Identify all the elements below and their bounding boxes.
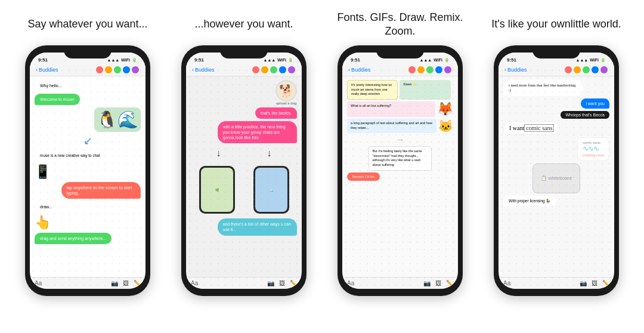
signal-icon: ▲▲▲ xyxy=(263,58,275,62)
avatar-5 xyxy=(600,66,608,74)
avatar-2 xyxy=(573,66,581,74)
bottom-bar-3: Aa 📷 🖼 ✏️ xyxy=(342,277,458,289)
chat-area-1: Why hello... Welcome to muse! 🐧🌊 ↙ muse … xyxy=(30,76,145,277)
pencil-icon-4[interactable]: ✏️ xyxy=(602,280,609,286)
bubble-2-3: and there's a ton of other ways u can us… xyxy=(218,218,298,235)
phone-screen-4: 9:51 ▲▲▲ WiFi 🔋 ‹ Buddies xyxy=(499,53,614,289)
bubble-1-6: drag and send anything anywhere... xyxy=(35,233,112,244)
phone-column-3: Fonts. GIFs. Draw. Remix. Zoom. 9:51 ▲▲▲… xyxy=(324,10,476,296)
col4-title-line1: It's like your own xyxy=(491,17,571,31)
phone-frame-3: 9:51 ▲▲▲ WiFi 🔋 ‹ Buddies xyxy=(338,45,463,296)
status-time-4: 9:51 xyxy=(507,57,516,63)
bubble-text: that's the basics. xyxy=(261,111,292,115)
notes-row-3: a long paragraph of text about suffering… xyxy=(347,119,453,133)
bubble-text: drag and send anything anywhere... xyxy=(40,236,106,240)
status-icons-4: ▲▲▲ WiFi 🔋 xyxy=(575,58,606,63)
aa-label-4[interactable]: Aa xyxy=(503,280,510,286)
image-icon-4[interactable]: 🖼 xyxy=(592,280,597,286)
hand-sticker: 👆 xyxy=(35,215,51,230)
aa-label-2[interactable]: Aa xyxy=(191,280,198,286)
nav-avatars-1 xyxy=(95,66,140,74)
avatar-4 xyxy=(122,66,131,74)
avatar-1 xyxy=(564,66,572,74)
back-button-4[interactable]: ‹ Buddies xyxy=(504,67,527,73)
nav-avatars-2 xyxy=(252,66,296,74)
bubble-text: Why hello... xyxy=(40,84,62,88)
bubble-1-2: Welcome to muse! xyxy=(35,94,80,105)
camera-icon-1[interactable]: 📷 xyxy=(111,280,118,286)
image-icon-2[interactable]: 🖼 xyxy=(279,280,285,286)
coming-soon-text: coming soon xyxy=(583,153,604,158)
fox-sticker: 🦊 xyxy=(437,101,453,117)
arrow-down-2: ↓ xyxy=(267,148,272,159)
bubble-4-1: i need more fonts that feel like handwri… xyxy=(503,80,583,96)
cat-sticker: 🐱 xyxy=(438,119,453,133)
avatar-4 xyxy=(591,66,599,74)
bottom-bar-2: Aa 📷 🖼 ✏️ xyxy=(186,277,302,289)
avatar-3 xyxy=(113,66,122,74)
note-block-4: a long paragraph of text about suffering… xyxy=(347,119,436,133)
bubble-1-5: draw... xyxy=(35,201,58,212)
bottom-icons-2: 📷 🖼 ✏️ xyxy=(267,280,297,286)
bubble-text: with a little practice, the next thing y… xyxy=(223,125,286,140)
phone-column-4: It's like your own little world. 9:51 ▲▲… xyxy=(481,10,632,296)
camera-icon-2[interactable]: 📷 xyxy=(267,280,274,286)
back-button-1[interactable]: ‹ Buddies xyxy=(36,67,58,73)
avatar-3 xyxy=(270,66,278,74)
image-icon-1[interactable]: 🖼 xyxy=(123,280,129,286)
bubble-text: i want you xyxy=(586,101,605,106)
bottom-icons-3: 📷 🖼 ✏️ xyxy=(423,280,453,286)
aa-label-1[interactable]: Aa xyxy=(35,280,42,286)
whiteboard-image: 📋 whiteboard xyxy=(532,164,580,193)
wifi-icon: WiFi xyxy=(434,58,442,62)
bubble-text: With proper licensing 🦆 xyxy=(509,199,551,203)
avatar-1 xyxy=(95,66,104,74)
image-icon-3[interactable]: 🖼 xyxy=(435,280,441,286)
aa-label-3[interactable]: Aa xyxy=(347,280,354,286)
bubble-4-2: i want you xyxy=(581,98,609,109)
pencil-icon-1[interactable]: ✏️ xyxy=(134,280,141,286)
nav-avatars-3 xyxy=(408,66,452,74)
bubble-1-3: muse is a new creative way to chat xyxy=(35,150,106,161)
bubble-2-2: with a little practice, the next thing y… xyxy=(218,121,298,143)
signal-icon: ▲▲▲ xyxy=(575,58,588,62)
bubble-2-1: that's the basics. xyxy=(255,107,297,119)
notes-area: It's pretty interesting how so much art … xyxy=(347,80,453,100)
nav-title-3: Buddies xyxy=(351,67,371,73)
avatar-2 xyxy=(417,66,425,74)
battery-icon: 🔋 xyxy=(444,58,450,63)
nav-title-4: Buddies xyxy=(507,67,527,73)
avatar-2 xyxy=(261,66,269,74)
phone-frame-1: 9:51 ▲▲▲ WiFi 🔋 ‹ Buddies xyxy=(25,45,150,296)
camera-icon-3[interactable]: 📷 xyxy=(423,280,431,286)
avatar-5 xyxy=(131,66,140,74)
avatar-5 xyxy=(287,66,296,74)
nav-title-1: Buddies xyxy=(39,67,58,73)
phone-column-2: ...however you want. 9:51 ▲▲▲ WiFi 🔋 ‹ B… xyxy=(168,10,320,296)
phone-screenshots: 🌿 🏔️ xyxy=(191,164,297,216)
bubble-text: and there's a ton of other ways u can us… xyxy=(223,222,292,232)
phone-notch-3 xyxy=(376,45,424,58)
battery-icon: 🔋 xyxy=(288,58,293,63)
phone-frame-4: 9:51 ▲▲▲ WiFi 🔋 ‹ Buddies xyxy=(494,45,619,296)
wifi-icon: WiFi xyxy=(590,58,599,62)
bubble-text: Welcome to muse! xyxy=(40,97,75,101)
dog-sticker-area: 🐕 upload a dog xyxy=(275,80,297,105)
pencil-icon-2[interactable]: ✏️ xyxy=(290,280,297,286)
i-want-text: I want xyxy=(509,125,524,131)
avatar-3 xyxy=(426,66,434,74)
chat-area-3: It's pretty interesting how so much art … xyxy=(342,76,458,277)
screenshot-screen-2: 🏔️ xyxy=(255,168,287,212)
avatar-5 xyxy=(444,66,452,74)
camera-icon-4[interactable]: 📷 xyxy=(580,280,587,286)
nav-bar-3: ‹ Buddies xyxy=(342,64,458,76)
col4-title-line2: little world. xyxy=(571,17,621,31)
back-button-3[interactable]: ‹ Buddies xyxy=(348,67,371,73)
pencil-icon-3[interactable]: ✏️ xyxy=(446,280,453,286)
back-button-2[interactable]: ‹ Buddies xyxy=(192,67,215,73)
sticker-label: upload a dog xyxy=(275,101,297,105)
dog-sticker: 🐕 xyxy=(275,80,297,101)
bottom-bar-1: Aa 📷 🖼 ✏️ xyxy=(30,277,145,289)
phone-notch-2 xyxy=(220,45,268,58)
status-icons-1: ▲▲▲ WiFi 🔋 xyxy=(107,58,137,63)
